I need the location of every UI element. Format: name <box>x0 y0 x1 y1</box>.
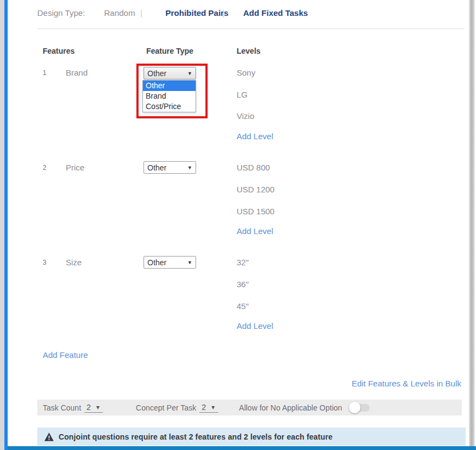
design-type-prohibited-pairs[interactable]: Prohibited Pairs <box>165 8 228 18</box>
separator: | <box>222 8 225 18</box>
no-applicable-option-toggle[interactable] <box>349 402 371 414</box>
level-item: 32" <box>237 258 249 267</box>
feature-row-index: 1 <box>43 69 47 77</box>
select-value: Other <box>147 258 167 267</box>
feature-row-index: 3 <box>43 259 47 266</box>
separator: | <box>140 8 142 18</box>
dropdown-option-brand[interactable]: Brand <box>143 91 196 101</box>
task-count-select[interactable]: 2 ▾ <box>84 403 103 413</box>
divider-line <box>37 29 464 29</box>
level-item: Vizio <box>237 111 254 121</box>
column-header-levels: Levels <box>237 47 261 55</box>
design-type-random[interactable]: Random <box>104 8 135 18</box>
concept-per-task-label: Concept Per Task <box>136 403 196 412</box>
feature-name: Brand <box>66 68 88 77</box>
select-value: Other <box>147 163 167 172</box>
task-count-label: Task Count <box>43 403 81 412</box>
add-level-link[interactable]: Add Level <box>237 321 273 331</box>
column-header-feature-type: Feature Type <box>146 47 193 55</box>
dropdown-option-cost-price[interactable]: Cost/Price <box>143 101 196 112</box>
left-accent-bar <box>4 0 8 450</box>
warning-triangle-icon <box>44 432 54 441</box>
settings-bar: Task Count 2 ▾ Concept Per Task 2 ▾ Allo… <box>37 400 462 415</box>
caret-down-icon: ▾ <box>211 405 215 410</box>
task-count-value: 2 <box>87 403 91 412</box>
edit-features-levels-bulk-link[interactable]: Edit Features & Levels in Bulk <box>352 379 461 388</box>
vertical-scrollbar[interactable] <box>469 0 475 450</box>
caret-down-icon: ▾ <box>96 405 100 410</box>
dropdown-option-other[interactable]: Other <box>143 81 196 91</box>
concept-per-task-select[interactable]: 2 ▾ <box>199 403 218 413</box>
chevron-down-icon: ▼ <box>187 71 192 76</box>
level-item: USD 1200 <box>237 185 274 194</box>
feature-name: Size <box>66 258 82 267</box>
level-item: Sony <box>237 68 255 77</box>
window-edge <box>0 0 4 450</box>
level-item: 45" <box>237 301 249 311</box>
no-applicable-option-label: Allow for No Applicable Option <box>239 403 342 412</box>
toggle-knob <box>349 402 360 413</box>
feature-type-dropdown-list: Other Brand Cost/Price <box>142 80 196 112</box>
notice-text: Conjoint questions require at least 2 fe… <box>59 432 332 441</box>
level-item: USD 1500 <box>237 207 274 216</box>
level-item: USD 800 <box>237 163 270 172</box>
add-level-link[interactable]: Add Level <box>237 132 273 141</box>
feature-name: Price <box>66 163 84 172</box>
column-header-features: Features <box>43 47 74 55</box>
feature-type-select[interactable]: Other ▼ <box>144 161 196 174</box>
notice-bar: Conjoint questions require at least 2 fe… <box>37 428 466 446</box>
level-item: LG <box>237 90 248 99</box>
add-level-link[interactable]: Add Level <box>237 226 273 236</box>
level-item: 36" <box>237 280 249 289</box>
concept-per-task-value: 2 <box>202 403 206 412</box>
design-type-add-fixed-tasks[interactable]: Add Fixed Tasks <box>243 8 308 18</box>
feature-row-index: 2 <box>43 164 47 172</box>
select-value: Other <box>147 69 167 78</box>
add-feature-link[interactable]: Add Feature <box>43 350 88 360</box>
bottom-accent-bar <box>8 446 476 450</box>
design-type-label: Design Type: <box>37 8 85 18</box>
feature-type-select[interactable]: Other ▼ <box>144 67 196 79</box>
feature-type-select[interactable]: Other ▼ <box>144 256 196 269</box>
design-type-row: Design Type: Random | Prohibited Pairs |… <box>37 8 344 18</box>
chevron-down-icon: ▼ <box>187 260 192 265</box>
chevron-down-icon: ▼ <box>187 165 192 170</box>
